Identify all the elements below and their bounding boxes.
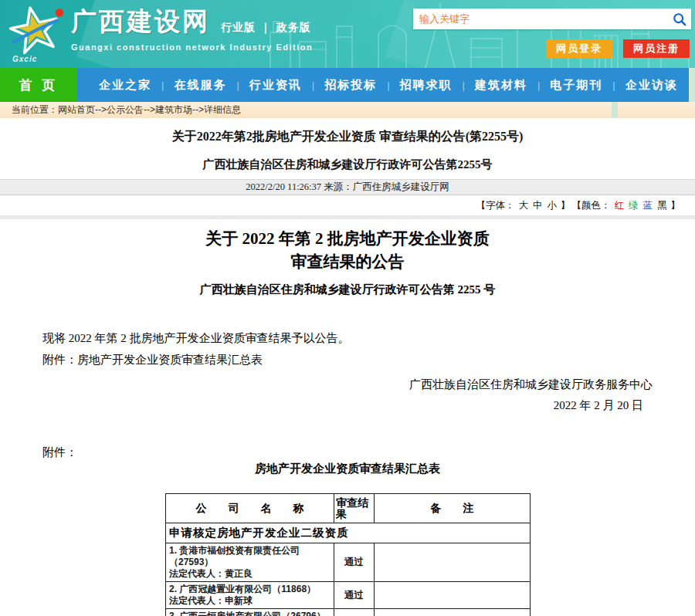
nav-separator: | <box>463 80 465 91</box>
issuing-authority: 广西壮族自治区住房和城乡建设厅政务服务中心 <box>42 377 653 392</box>
result-table: 公 司 名 称 审查结果 备 注 申请核定房地产开发企业二级资质 1. 贵港市福… <box>165 493 531 616</box>
attachment-reference: 附件：房地产开发企业资质审查结果汇总表 <box>42 353 653 367</box>
col-header-remark: 备 注 <box>375 494 531 523</box>
divider <box>0 215 695 219</box>
font-size-option[interactable]: 大 <box>519 200 529 211</box>
main-nav: 首 页 企业之家|在线服务|行业资讯|招标投标|招聘求职|建筑材料|电子期刊|企… <box>0 68 695 102</box>
member-login-button[interactable]: 网员登录 <box>546 39 612 58</box>
remark <box>375 543 531 582</box>
article-meta: 2022/2/20 11:26:37 来源：广西住房城乡建设厅网 <box>0 179 695 195</box>
nav-item-5[interactable]: 建筑材料 <box>475 78 527 93</box>
article-body: 关于 2022 年第 2 批房地产开发企业资质 审查结果的公告 广西壮族自治区住… <box>0 227 695 476</box>
company-name: 1. 贵港市福创投资有限责任公司（27593） <box>169 545 331 568</box>
nav-item-3[interactable]: 招标投标 <box>324 78 377 93</box>
member-register-button[interactable]: 网员注册 <box>623 39 690 58</box>
nav-separator: | <box>612 80 615 91</box>
nav-item-1[interactable]: 在线服务 <box>174 78 226 93</box>
font-size-option[interactable]: 中 <box>533 200 543 211</box>
nav-item-2[interactable]: 行业资讯 <box>249 78 302 93</box>
color-options: 红绿蓝黑 <box>612 199 670 212</box>
color-option[interactable]: 红 <box>615 200 625 211</box>
company-name: 3. 广西云恒房地产有限公司（26796） <box>169 611 331 616</box>
col-header-company: 公 司 名 称 <box>166 494 334 523</box>
table-section-row: 申请核定房地产开发企业二级资质 <box>166 523 531 543</box>
review-result: 通过 <box>334 543 375 582</box>
nav-separator: | <box>537 80 540 91</box>
nav-bar: 企业之家|在线服务|行业资讯|招标投标|招聘求职|建筑材料|电子期刊|企业访谈 <box>77 68 689 102</box>
edition-links[interactable]: 行业版｜政务版 <box>221 21 311 39</box>
table-row: 1. 贵港市福创投资有限责任公司（27593） 法定代表人：黄正良 通过 <box>166 543 531 582</box>
edition-separator: ｜ <box>260 21 272 33</box>
nav-item-home[interactable]: 首 页 <box>0 68 77 102</box>
nav-item-7[interactable]: 企业访谈 <box>626 78 678 93</box>
bracket-close: 】 <box>671 199 681 212</box>
table-header-row: 公 司 名 称 审查结果 备 注 <box>166 494 531 523</box>
star-logo-icon <box>5 3 65 57</box>
breadcrumb-edge-strip <box>612 102 618 118</box>
col-header-result: 审查结果 <box>334 494 375 523</box>
color-option[interactable]: 蓝 <box>643 200 653 211</box>
legal-representative: 法定代表人：申新球 <box>169 595 331 607</box>
remark <box>375 582 531 609</box>
breadcrumb-bar: 当前位置：网站首页-->公示公告-->建筑市场-->详细信息 <box>0 102 695 118</box>
issue-date: 2022 年 2 月 20 日 <box>42 398 653 413</box>
nav-separator: | <box>236 80 239 91</box>
nav-item-4[interactable]: 招聘求职 <box>400 78 453 93</box>
announcement-title-line1: 关于 2022 年第 2 批房地产开发企业资质 <box>42 227 653 250</box>
search-button[interactable] <box>668 8 691 29</box>
search-icon <box>673 12 687 26</box>
site-header: Gxcic 广西建设网 行业版｜政务版 Guangxi construction… <box>0 0 695 68</box>
nav-separator: | <box>161 80 164 91</box>
table-title: 房地产开发企业资质审查结果汇总表 <box>42 462 653 476</box>
nav-edge-strip <box>689 68 695 102</box>
site-subtitle: Guangxi construction network Industry Ed… <box>71 42 313 52</box>
table-row: 3. 广西云恒房地产有限公司（26796） 法定代表人： 王恒 通过 <box>166 609 531 616</box>
nav-item-0[interactable]: 企业之家 <box>99 78 151 93</box>
font-size-option[interactable]: 小 <box>548 200 558 211</box>
site-logo[interactable]: Gxcic <box>5 3 70 65</box>
remark <box>375 609 531 616</box>
font-color-controls: 【字体： 大中小 】 【颜色： 红绿蓝黑 】 <box>0 198 695 213</box>
site-name: 广西建设网 <box>71 5 210 39</box>
legal-representative: 法定代表人：黄正良 <box>169 568 331 580</box>
doc-number: 广西壮族自治区住房和城乡建设厅行政许可公告第2255号 <box>0 157 695 172</box>
header-buttons: 网员登录 网员注册 <box>546 39 690 58</box>
nav-item-6[interactable]: 电子期刊 <box>550 78 602 93</box>
color-controls-prefix: 【颜色： <box>572 199 611 212</box>
review-result: 通过 <box>334 609 375 616</box>
search-box <box>413 8 691 29</box>
review-result: 通过 <box>334 582 375 609</box>
nav-separator: | <box>387 80 389 91</box>
edition-industry[interactable]: 行业版 <box>221 21 256 33</box>
page-title: 关于2022年第2批房地产开发企业资质 审查结果的公告(第2255号) <box>0 129 695 145</box>
page: Gxcic 广西建设网 行业版｜政务版 Guangxi construction… <box>0 0 695 616</box>
attachment-label: 附件： <box>42 445 653 460</box>
table-row: 2. 广西冠越置业有限公司（11868） 法定代表人：申新球 通过 <box>166 582 531 609</box>
announcement-subtitle: 广西壮族自治区住房和城乡建设厅行政许可公告第 2255 号 <box>42 283 653 297</box>
bracket-close: 】 <box>561 199 571 212</box>
logo-caption: Gxcic <box>12 55 37 63</box>
brand-block: 广西建设网 行业版｜政务版 Guangxi construction netwo… <box>71 5 313 52</box>
breadcrumb[interactable]: 当前位置：网站首页-->公示公告-->建筑市场-->详细信息 <box>0 102 612 118</box>
announcement-title-line2: 审查结果的公告 <box>42 250 653 273</box>
search-input[interactable] <box>413 8 668 29</box>
edition-gov[interactable]: 政务版 <box>276 21 311 33</box>
font-size-options: 大中小 <box>517 199 560 212</box>
font-controls-prefix: 【字体： <box>476 199 515 212</box>
company-name: 2. 广西冠越置业有限公司（11868） <box>169 584 331 595</box>
announcement-paragraph: 现将 2022 年第 2 批房地产开发企业资质审查结果予以公告。 <box>42 331 653 346</box>
section-label: 申请核定房地产开发企业二级资质 <box>166 523 531 543</box>
color-option[interactable]: 绿 <box>629 200 639 211</box>
nav-separator: | <box>312 80 314 91</box>
color-option[interactable]: 黑 <box>657 200 667 211</box>
attachment-table-wrap: 公 司 名 称 审查结果 备 注 申请核定房地产开发企业二级资质 1. 贵港市福… <box>165 493 530 616</box>
